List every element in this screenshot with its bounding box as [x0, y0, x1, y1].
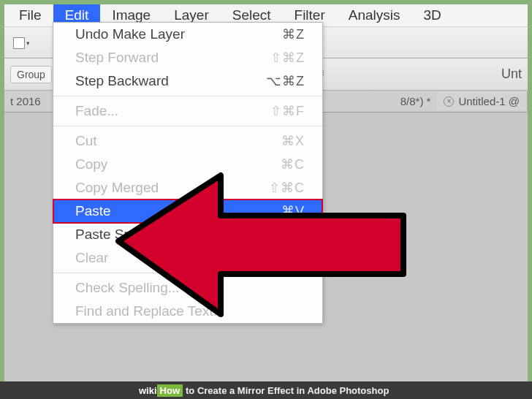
menu-item-shortcut: ⌥⌘Z	[266, 73, 305, 89]
menu-separator	[53, 126, 322, 126]
menu-item-label: Step Forward	[75, 50, 159, 66]
menu-item-label: Paste	[75, 203, 111, 219]
group-button[interactable]: Group	[10, 66, 52, 83]
menu-item-shortcut: ⇧⌘C	[269, 180, 305, 196]
tab-label: Untitled-1 @	[458, 95, 520, 107]
menu-clear[interactable]: Clear	[53, 246, 322, 270]
menu-cut[interactable]: Cut ⌘X	[53, 129, 322, 153]
menu-find-replace[interactable]: Find and Replace Text...	[53, 300, 322, 323]
unit-label: Unt	[501, 66, 522, 82]
caption-bar: wikiHow to Create a Mirror Effect in Ado…	[0, 381, 532, 399]
menu-item-shortcut: ⌘C	[281, 156, 305, 172]
tab-partial-right[interactable]: 8/8*) *	[395, 92, 437, 110]
menu-item-shortcut: ⌘V	[281, 203, 305, 219]
menu-item-label: Check Spelling...	[75, 280, 180, 296]
menu-3d[interactable]: 3D	[412, 4, 453, 26]
menu-item-label: Cut	[75, 133, 97, 149]
menu-separator	[53, 96, 322, 96]
close-icon[interactable]: ×	[444, 96, 454, 107]
menu-item-label: Find and Replace Text...	[75, 303, 225, 319]
menu-item-label: Clear	[75, 250, 108, 266]
menu-copy-merged[interactable]: Copy Merged ⇧⌘C	[53, 176, 322, 200]
menu-item-label: Undo Make Layer	[75, 26, 185, 42]
menu-paste-special[interactable]: Paste Special	[53, 223, 322, 246]
menu-item-label: Fade...	[75, 103, 118, 119]
edit-dropdown: Undo Make Layer ⌘Z Step Forward ⇧⌘Z Step…	[53, 22, 323, 324]
caption-title: to Create a Mirror Effect in Adobe Photo…	[186, 385, 389, 396]
menu-paste[interactable]: Paste ⌘V	[53, 200, 322, 223]
tool-preset-icon[interactable]: ▾	[13, 34, 34, 52]
menu-separator	[53, 273, 322, 273]
menu-item-label: Copy	[75, 156, 107, 172]
menu-file[interactable]: File	[7, 4, 53, 26]
menu-item-label: Copy Merged	[75, 180, 159, 196]
tab-partial-left[interactable]: t 2016	[4, 92, 47, 110]
menu-item-shortcut: ⇧⌘Z	[270, 50, 305, 66]
menu-item-shortcut: ⇧⌘F	[270, 103, 305, 119]
menu-item-shortcut: ⌘X	[281, 133, 305, 149]
menu-step-forward[interactable]: Step Forward ⇧⌘Z	[53, 46, 322, 69]
tab-untitled[interactable]: × Untitled-1 @	[436, 92, 528, 110]
menu-step-backward[interactable]: Step Backward ⌥⌘Z	[53, 69, 322, 93]
menu-item-label: Paste Special	[75, 227, 160, 243]
menu-check-spelling[interactable]: Check Spelling...	[53, 276, 322, 300]
wikihow-logo: wikiHow	[139, 384, 186, 397]
menu-analysis[interactable]: Analysis	[337, 4, 412, 26]
menu-fade[interactable]: Fade... ⇧⌘F	[53, 99, 322, 123]
menu-item-shortcut: ⌘Z	[282, 26, 305, 42]
menu-copy[interactable]: Copy ⌘C	[53, 153, 322, 176]
menu-undo[interactable]: Undo Make Layer ⌘Z	[53, 23, 322, 46]
menu-item-label: Step Backward	[75, 73, 169, 89]
